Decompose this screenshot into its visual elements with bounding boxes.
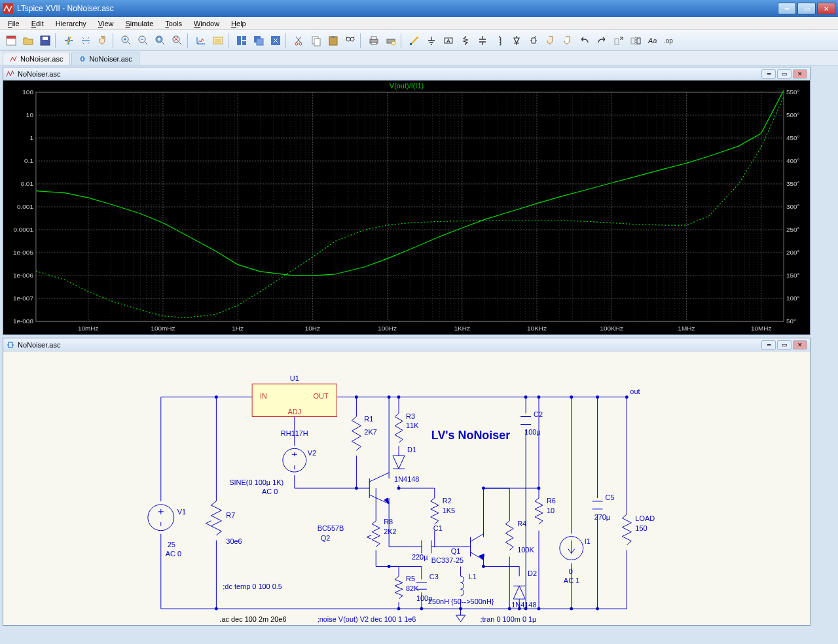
window-titlebar: LTspice XVII - NoNoiser.asc ━ ▭ ✕ xyxy=(0,0,838,17)
rotate-button[interactable] xyxy=(610,32,627,49)
capacitor-button[interactable] xyxy=(474,32,491,49)
svg-text:Q2: Q2 xyxy=(321,534,331,542)
svg-text:200°: 200° xyxy=(786,249,800,256)
svg-text:1: 1 xyxy=(29,134,33,141)
spice-directive-button[interactable]: .op xyxy=(661,32,678,49)
print-setup-button[interactable] xyxy=(382,32,399,49)
run-button[interactable] xyxy=(60,32,77,49)
close-window-button[interactable] xyxy=(267,32,284,49)
svg-text:Q1: Q1 xyxy=(451,547,461,555)
zoom-fit-button[interactable] xyxy=(152,32,169,49)
svg-text:100K: 100K xyxy=(517,546,534,554)
svg-text:AC 1: AC 1 xyxy=(564,577,579,584)
plot-titlebar[interactable]: NoNoiser.asc ━ ▭ ✕ xyxy=(3,67,810,80)
zoom-out-button[interactable] xyxy=(135,32,152,49)
move-button[interactable] xyxy=(542,32,559,49)
svg-text:.op: .op xyxy=(664,37,673,45)
svg-text:0.1: 0.1 xyxy=(24,157,33,164)
svg-text:25: 25 xyxy=(168,541,175,548)
svg-text:BC337-25: BC337-25 xyxy=(431,556,464,564)
cascade-windows-button[interactable] xyxy=(250,32,267,49)
maximize-button[interactable]: ▭ xyxy=(797,3,816,14)
stop-button[interactable] xyxy=(77,32,94,49)
print-button[interactable] xyxy=(365,32,382,49)
tab-label: NoNoiser.asc xyxy=(20,55,63,63)
svg-text:100: 100 xyxy=(22,88,33,96)
autorange-button[interactable] xyxy=(192,32,210,49)
minimize-button[interactable]: ━ xyxy=(778,3,796,14)
text-button[interactable]: Aa xyxy=(644,32,661,49)
app-icon xyxy=(3,3,13,14)
zoom-in-button[interactable] xyxy=(118,32,135,49)
svg-point-189 xyxy=(388,565,391,568)
svg-text:out: out xyxy=(630,387,640,395)
svg-text:10KHz: 10KHz xyxy=(527,325,547,332)
find-button[interactable] xyxy=(342,32,359,49)
paste-button[interactable] xyxy=(325,32,342,49)
svg-point-174 xyxy=(215,607,218,611)
setup-button[interactable] xyxy=(210,32,227,49)
schematic-canvas[interactable]: U1 IN OUT ADJ RH117H V1 25 AC 0 V2 SINE(… xyxy=(3,351,810,625)
svg-text:V1: V1 xyxy=(177,508,186,516)
svg-point-169 xyxy=(524,395,528,399)
menu-help[interactable]: Help xyxy=(226,18,251,29)
svg-point-176 xyxy=(420,607,423,611)
minimize-button[interactable]: ━ xyxy=(761,340,776,349)
close-button[interactable]: ✕ xyxy=(793,340,807,349)
svg-text:500°: 500° xyxy=(786,111,800,118)
inductor-button[interactable] xyxy=(491,32,508,49)
svg-text:270µ: 270µ xyxy=(594,513,611,521)
menu-view[interactable]: View xyxy=(93,18,119,29)
svg-text:AC 0: AC 0 xyxy=(166,550,181,558)
svg-point-197 xyxy=(148,505,174,531)
label-net-button[interactable]: A xyxy=(440,32,457,49)
svg-point-167 xyxy=(355,395,358,399)
svg-text:;noise V(out) V2 dec 100 1 1e6: ;noise V(out) V2 dec 100 1 1e6 xyxy=(318,615,416,623)
menubar: File Edit Hierarchy View Simulate Tools … xyxy=(0,17,838,30)
svg-point-181 xyxy=(537,607,541,611)
pan-button[interactable] xyxy=(94,32,111,49)
svg-text:250°: 250° xyxy=(786,226,800,233)
svg-text:R4: R4 xyxy=(517,520,526,528)
component-button[interactable] xyxy=(525,32,542,49)
svg-text:100Hz: 100Hz xyxy=(378,325,397,332)
trace-label: V(out)/I(I1) xyxy=(390,82,424,90)
svg-point-187 xyxy=(482,487,485,490)
undo-button[interactable] xyxy=(576,32,593,49)
cut-button[interactable] xyxy=(291,32,308,49)
tab-waveform[interactable]: NoNoiser.asc xyxy=(3,52,70,65)
menu-hierarchy[interactable]: Hierarchy xyxy=(50,18,92,29)
schematic-titlebar[interactable]: NoNoiser.asc ━ ▭ ✕ xyxy=(3,338,810,351)
menu-edit[interactable]: Edit xyxy=(26,18,49,29)
svg-text:BC557B: BC557B xyxy=(318,524,344,532)
schematic-icon xyxy=(79,55,86,63)
menu-window[interactable]: Window xyxy=(189,18,225,29)
minimize-button[interactable]: ━ xyxy=(761,69,776,79)
svg-point-30 xyxy=(392,41,395,45)
menu-simulate[interactable]: Simulate xyxy=(120,18,158,29)
mirror-button[interactable] xyxy=(627,32,644,49)
svg-text:SINE(0 100µ 1K): SINE(0 100µ 1K) xyxy=(229,478,283,486)
schematic-icon xyxy=(6,340,15,349)
close-button[interactable]: ✕ xyxy=(793,69,807,79)
svg-point-185 xyxy=(355,487,358,490)
maximize-button[interactable]: ▭ xyxy=(777,69,792,79)
menu-file[interactable]: File xyxy=(3,18,25,29)
tile-windows-button[interactable] xyxy=(233,32,250,49)
drag-button[interactable] xyxy=(559,32,576,49)
ground-button[interactable] xyxy=(423,32,440,49)
diode-button[interactable] xyxy=(508,32,525,49)
plot-canvas[interactable]: V(out)/I(I1) 10mHz100mHz1Hz10Hz100Hz1KHz… xyxy=(3,80,810,334)
close-button[interactable]: ✕ xyxy=(817,3,835,14)
redo-button[interactable] xyxy=(593,32,610,49)
new-schematic-button[interactable] xyxy=(3,32,20,49)
copy-button[interactable] xyxy=(308,32,325,49)
menu-tools[interactable]: Tools xyxy=(160,18,187,29)
tab-schematic[interactable]: NoNoiser.asc xyxy=(71,52,139,65)
open-button[interactable] xyxy=(20,32,37,49)
resistor-button[interactable] xyxy=(457,32,474,49)
save-button[interactable] xyxy=(37,32,54,49)
maximize-button[interactable]: ▭ xyxy=(777,340,792,349)
draw-wire-button[interactable] xyxy=(406,32,423,49)
zoom-back-button[interactable] xyxy=(169,32,186,49)
